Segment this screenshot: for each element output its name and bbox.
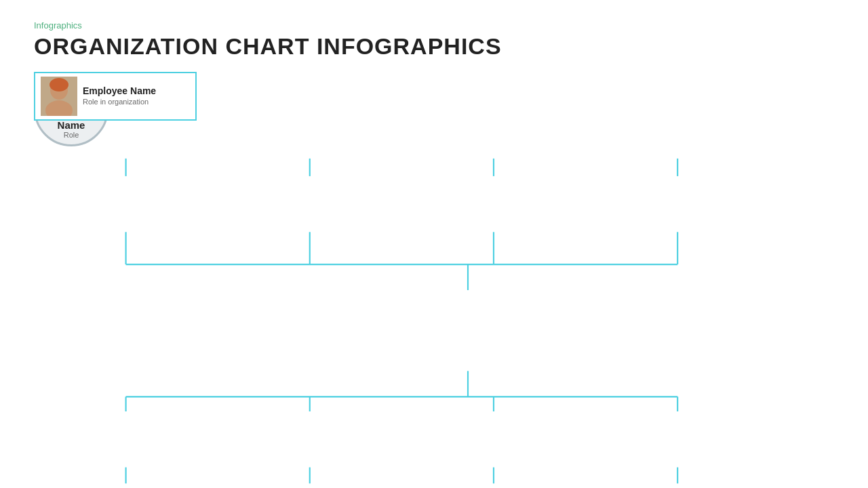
emp-role-b8: Role in organization: [83, 97, 156, 106]
emp-name-b8: Employee Name: [83, 85, 156, 97]
svg-point-85: [50, 78, 68, 92]
connector-lines: [34, 72, 868, 488]
header-title: ORGANIZATION CHART INFOGRAPHICS: [34, 33, 834, 60]
avatar-b8: [41, 77, 77, 116]
center-name: Name: [58, 119, 85, 131]
page: Infographics ORGANIZATION CHART INFOGRAP…: [0, 0, 868, 488]
emp-card-b8: Employee Name Role in organization: [34, 72, 197, 121]
center-role: Role: [64, 131, 79, 139]
chart-area: Employee Name Role in organization Emplo…: [34, 72, 834, 465]
header-label: Infographics: [34, 20, 834, 30]
